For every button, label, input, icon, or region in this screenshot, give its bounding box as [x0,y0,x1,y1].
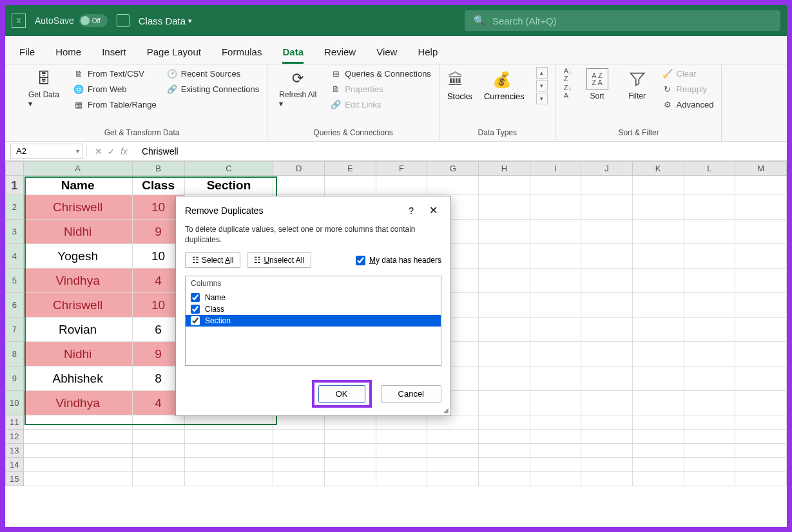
row-header[interactable]: 3 [6,220,24,244]
search-input[interactable]: 🔍 Search (Alt+Q) [465,10,780,31]
select-all-cells[interactable] [6,162,24,176]
cancel-button[interactable]: Cancel [381,385,441,403]
cell[interactable] [325,415,376,430]
refresh-all-button[interactable]: ⟳ Refresh All▾ [275,67,320,109]
cell[interactable] [479,430,530,444]
sort-button[interactable]: A ZZ A Sort [583,67,612,102]
cell[interactable] [632,269,684,293]
cell[interactable] [376,430,427,444]
cell[interactable] [530,195,581,220]
from-table-range-button[interactable]: ▦From Table/Range [73,98,157,111]
cell[interactable] [684,366,735,391]
cell[interactable] [684,244,735,269]
columns-listbox[interactable]: Columns NameClassSection [185,276,441,366]
row-header[interactable]: 9 [6,366,24,391]
row-header[interactable]: 8 [6,342,24,366]
cell[interactable] [684,342,735,366]
column-header[interactable]: B [132,162,184,176]
cell[interactable] [479,458,530,472]
cell[interactable] [735,244,787,269]
row-header[interactable]: 1 [6,176,24,195]
stocks-button[interactable]: 🏛Stocks [447,71,472,101]
cell[interactable] [325,444,376,458]
cell[interactable] [735,195,787,220]
from-text-csv-button[interactable]: 🗎From Text/CSV [73,67,157,80]
cell[interactable] [376,176,427,195]
resize-grip-icon[interactable]: ◢ [443,406,449,413]
cell[interactable] [325,176,376,195]
sort-asc-icon[interactable]: A↓Z [564,67,572,82]
cell[interactable] [530,244,581,269]
enter-formula-icon[interactable]: ✓ [108,146,115,157]
column-header[interactable]: E [325,162,376,176]
cell[interactable] [735,176,787,195]
cell[interactable] [735,458,787,472]
row-header[interactable]: 5 [6,269,24,293]
cell[interactable] [735,269,787,293]
cell[interactable] [530,430,581,444]
row-header[interactable]: 14 [6,458,24,472]
save-icon[interactable] [117,14,130,27]
cell[interactable]: Chriswell [23,195,132,220]
cell[interactable] [479,472,530,486]
cell[interactable] [684,220,735,244]
cell[interactable] [325,430,376,444]
cell[interactable] [427,458,479,472]
cell[interactable] [427,430,479,444]
tab-review[interactable]: Review [324,46,356,64]
cell[interactable] [530,366,581,391]
cell[interactable]: Nidhi [23,220,132,244]
cell[interactable] [376,415,427,430]
cell[interactable] [530,444,581,458]
from-web-button[interactable]: 🌐From Web [73,82,157,95]
column-header[interactable]: C [184,162,273,176]
cell[interactable] [735,318,787,342]
close-icon[interactable]: ✕ [425,203,441,218]
queries-connections-button[interactable]: ⊞Queries & Connections [331,67,431,80]
existing-connections-button[interactable]: 🔗Existing Connections [167,82,259,95]
cell[interactable]: Abhishek [23,366,132,391]
row-header[interactable]: 4 [6,244,24,269]
tab-formulas[interactable]: Formulas [222,46,262,64]
cell[interactable] [530,220,581,244]
row-header[interactable]: 15 [6,472,24,486]
cell[interactable] [735,472,787,486]
cell[interactable]: Chriswell [23,293,132,318]
cell[interactable] [632,472,684,486]
cell[interactable] [132,458,184,472]
cell[interactable] [632,415,684,430]
cell[interactable] [530,472,581,486]
cell[interactable] [427,472,479,486]
cell[interactable] [23,472,132,486]
cell[interactable] [684,269,735,293]
cell[interactable] [184,444,273,458]
column-checkbox-item[interactable]: Name [186,292,441,303]
cell[interactable] [479,415,530,430]
cell[interactable] [530,458,581,472]
cell[interactable] [273,415,325,430]
cell[interactable] [581,293,633,318]
cell[interactable] [684,444,735,458]
data-types-spinner[interactable]: ▴▾▾ [536,67,548,104]
cell[interactable] [23,458,132,472]
cell[interactable] [23,430,132,444]
cell[interactable]: Section [184,176,273,195]
cell[interactable] [632,318,684,342]
cell[interactable] [632,391,684,415]
cell[interactable] [581,430,633,444]
cell[interactable] [581,176,633,195]
cell[interactable] [273,458,325,472]
cell[interactable] [684,415,735,430]
cell[interactable] [273,444,325,458]
cell[interactable] [684,391,735,415]
tab-home[interactable]: Home [55,46,81,64]
recent-sources-button[interactable]: 🕑Recent Sources [167,67,259,80]
cell[interactable] [735,415,787,430]
cell[interactable] [132,444,184,458]
cell[interactable] [632,195,684,220]
cell[interactable]: Vindhya [23,391,132,415]
cell[interactable] [581,415,633,430]
cell[interactable] [376,444,427,458]
cell[interactable] [735,342,787,366]
cell[interactable] [530,415,581,430]
